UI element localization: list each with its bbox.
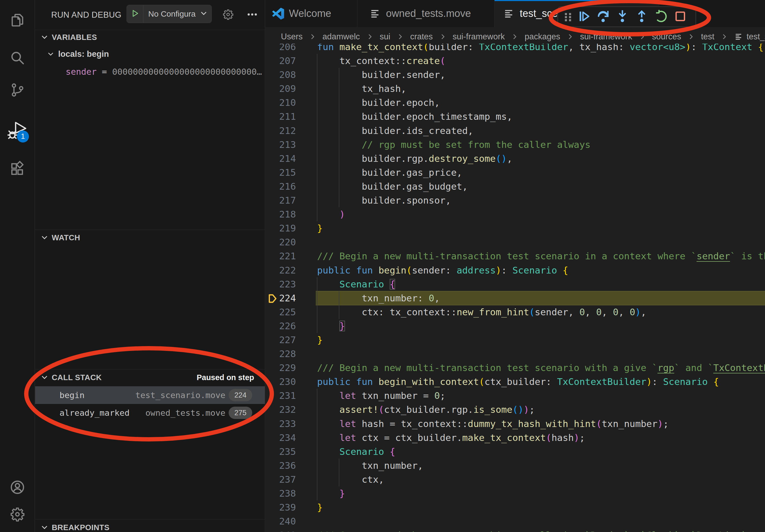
line-number: 219: [265, 221, 296, 235]
code-line-236[interactable]: 236 txn_number,: [265, 459, 765, 472]
code-line-216[interactable]: 216 builder.gas_budget,: [265, 179, 765, 193]
code-line-206[interactable]: 206fun make_tx_context(builder: TxContex…: [265, 44, 765, 54]
activity-bar-item-settings[interactable]: [0, 502, 35, 528]
code-line-215[interactable]: 215 builder.gas_price,: [265, 165, 765, 179]
code-line-229[interactable]: 229/// Begin a new multi-transaction tes…: [265, 361, 765, 375]
call-stack-status: Paused on step: [197, 373, 254, 382]
code-text: let hash = tx_context::dummy_tx_hash_wit…: [317, 417, 669, 431]
breadcrumb-item[interactable]: sui-framework: [453, 32, 505, 42]
debug-badge: 1: [17, 131, 29, 142]
breadcrumb-item[interactable]: sui: [380, 32, 390, 42]
code-line-217[interactable]: 217 builder.sponsor,: [265, 193, 765, 207]
line-number: 240: [265, 514, 296, 528]
chevron-down-icon: [40, 233, 49, 242]
line-number: 239: [265, 500, 296, 514]
tab-owned_tests.move[interactable]: owned_tests.move: [357, 0, 494, 27]
debug-config-dropdown[interactable]: No Configura: [127, 5, 212, 23]
tab-Welcome[interactable]: Welcome: [265, 0, 357, 27]
line-number: 213: [265, 138, 296, 151]
code-line-234[interactable]: 234 let ctx = ctx_builder.make_tx_contex…: [265, 431, 765, 445]
code-line-228[interactable]: 228: [265, 347, 765, 361]
frame-name: already_marked: [60, 408, 130, 417]
watch-section-label: WATCH: [52, 233, 80, 242]
breadcrumb-item-file[interactable]: test_scenario.move: [746, 32, 765, 42]
code-line-223[interactable]: 223 Scenario {: [265, 277, 765, 291]
debug-step-over-button[interactable]: [593, 8, 613, 26]
code-text: builder.ids_created,: [317, 124, 473, 138]
views-more-actions-button[interactable]: [243, 0, 262, 30]
code-text: ctx,: [317, 472, 384, 486]
code-line-230[interactable]: 230public fun begin_with_context(ctx_bui…: [265, 375, 765, 389]
debug-continue-button[interactable]: [574, 8, 593, 26]
debug-restart-button[interactable]: [651, 8, 671, 26]
code-line-226[interactable]: 226 }: [265, 319, 765, 333]
call-stack-section-label: CALL STACK: [52, 373, 102, 382]
line-number: 229: [265, 361, 296, 375]
variables-scope-label: locals: begin: [58, 49, 109, 59]
code-line-207[interactable]: 207 tx_context::create(: [265, 54, 765, 68]
code-line-224[interactable]: 224 txn_number: 0,: [265, 291, 765, 305]
code-line-239[interactable]: 239}: [265, 500, 765, 514]
code-line-241[interactable]: 241/// Creates and shares system objects…: [265, 528, 765, 532]
code-text: ctx: tx_context::new_from_hint(sender, 0…: [317, 305, 646, 319]
debug-stop-button[interactable]: [671, 8, 690, 26]
code-line-232[interactable]: 232 assert!(ctx_builder.rgp.is_some());: [265, 402, 765, 416]
code-line-225[interactable]: 225 ctx: tx_context::new_from_hint(sende…: [265, 305, 765, 319]
breadcrumb-item[interactable]: Users: [281, 32, 303, 42]
line-number: 228: [265, 347, 296, 361]
breadcrumb-item[interactable]: crates: [410, 32, 432, 42]
activity-bar-item-account[interactable]: [0, 475, 35, 501]
code-line-212[interactable]: 212 builder.ids_created,: [265, 124, 765, 138]
code-line-211[interactable]: 211 builder.epoch_timestamp_ms,: [265, 110, 765, 124]
code-line-209[interactable]: 209 tx_hash,: [265, 82, 765, 96]
code-line-235[interactable]: 235 Scenario {: [265, 445, 765, 459]
code-line-220[interactable]: 220: [265, 235, 765, 249]
breadcrumb-item[interactable]: packages: [524, 32, 560, 42]
line-number: 220: [265, 235, 296, 249]
code-editor[interactable]: 206fun make_tx_context(builder: TxContex…: [265, 44, 765, 532]
variables-section-header[interactable]: VARIABLES: [35, 30, 265, 45]
code-line-219[interactable]: 219}: [265, 221, 765, 235]
breadcrumb-item[interactable]: sui-framework: [580, 32, 632, 42]
code-line-240[interactable]: 240: [265, 514, 765, 528]
breakpoints-section-header[interactable]: BREAKPOINTS: [35, 520, 265, 532]
code-text: fun make_tx_context(builder: TxContextBu…: [317, 44, 764, 54]
code-line-227[interactable]: 227}: [265, 333, 765, 347]
variables-scope-row[interactable]: locals: begin: [35, 46, 265, 63]
code-line-213[interactable]: 213 // rgp must be set from the caller a…: [265, 138, 765, 151]
breadcrumb-item[interactable]: adamwelc: [323, 32, 360, 42]
code-line-210[interactable]: 210 builder.epoch,: [265, 96, 765, 110]
debug-settings-button[interactable]: [219, 0, 238, 30]
code-line-233[interactable]: 233 let hash = tx_context::dummy_tx_hash…: [265, 417, 765, 431]
watch-section-header[interactable]: WATCH: [35, 230, 265, 245]
debug-step-over-icon: [596, 9, 610, 24]
code-line-238[interactable]: 238 }: [265, 486, 765, 500]
code-line-218[interactable]: 218 ): [265, 207, 765, 221]
call-stack-frame-already_marked[interactable]: already_markedowned_tests.move275: [35, 404, 265, 421]
code-line-214[interactable]: 214 builder.rgp.destroy_some(),: [265, 151, 765, 165]
line-number: 230: [265, 375, 296, 389]
debug-step-out-button[interactable]: [632, 8, 651, 26]
start-debug-button[interactable]: [127, 5, 143, 23]
drag-handle-icon[interactable]: [562, 11, 574, 23]
code-text: tx_context::create(: [317, 54, 445, 68]
variable-row-sender[interactable]: sender = 0000000000000000000000000000…: [35, 63, 265, 80]
code-line-221[interactable]: 221/// Begin a new multi-transaction tes…: [265, 249, 765, 263]
breadcrumb-item[interactable]: test: [701, 32, 714, 42]
activity-bar-item-extensions[interactable]: [0, 157, 35, 182]
code-text: Scenario {: [317, 445, 395, 459]
activity-bar-item-explorer[interactable]: [0, 8, 35, 34]
code-line-237[interactable]: 237 ctx,: [265, 472, 765, 486]
code-line-231[interactable]: 231 let txn_number = 0;: [265, 389, 765, 402]
activity-bar-item-search[interactable]: [0, 46, 35, 71]
code-text: assert!(ctx_builder.rgp.is_some());: [317, 402, 535, 416]
call-stack-frame-begin[interactable]: begintest_scenario.move224: [35, 386, 265, 404]
account-icon: [9, 479, 26, 497]
debug-step-into-button[interactable]: [613, 8, 632, 26]
activity-bar-item-source-control[interactable]: [0, 78, 35, 104]
activity-bar-item-run-and-debug[interactable]: 1: [0, 119, 35, 145]
code-line-222[interactable]: 222public fun begin(sender: address): Sc…: [265, 263, 765, 277]
code-line-208[interactable]: 208 builder.sender,: [265, 68, 765, 82]
call-stack-section-header[interactable]: CALL STACK Paused on step: [35, 370, 265, 385]
breadcrumb-item[interactable]: sources: [652, 32, 681, 42]
